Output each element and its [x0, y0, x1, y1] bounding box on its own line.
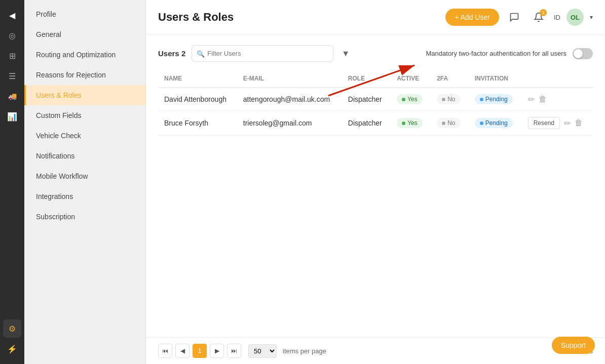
next-page-button[interactable]: ▶ — [210, 344, 224, 358]
page-header: Users & Roles + Add User 1 ID OL ▾ — [146, 0, 605, 35]
chat-icon[interactable] — [505, 8, 523, 26]
cell-actions-0: ✏ 🗑 — [522, 88, 593, 111]
active-badge-1: Yes — [397, 118, 423, 128]
location-icon[interactable]: ◎ — [3, 26, 21, 45]
table-header-row: Name E-mail Role Active 2FA Invitation — [158, 70, 593, 88]
back-arrow-icon[interactable]: ◀ — [3, 6, 21, 24]
col-actions — [522, 70, 593, 88]
sidebar-item-routing[interactable]: Routing and Optimization — [24, 45, 145, 65]
notification-icon[interactable]: 1 — [530, 8, 548, 26]
sidebar-item-custom-fields[interactable]: Custom Fields — [24, 105, 145, 126]
sidebar-item-reasons[interactable]: Reasons for Rejection — [24, 65, 145, 85]
avatar[interactable]: OL — [566, 9, 584, 26]
add-user-button[interactable]: + Add User — [445, 9, 499, 26]
id-label[interactable]: ID — [554, 14, 560, 21]
users-count-label: Users 2 — [158, 49, 185, 58]
user-menu-chevron[interactable]: ▾ — [590, 14, 593, 21]
users-table: Name E-mail Role Active 2FA Invitation D… — [158, 70, 593, 136]
mfa-toggle[interactable] — [573, 48, 593, 59]
sidebar-item-general[interactable]: General — [24, 24, 145, 45]
support-button[interactable]: Support — [552, 337, 595, 354]
table-row: David Attenborough attengorough@mail.uk.… — [158, 88, 593, 111]
icon-bar: ◀ ◎ ⊞ ☰ 🚚 📊 ⚙ ⚡ — [0, 0, 24, 364]
content-area: Users 2 🔍 ▼ Mandatory two-factor authent… — [146, 35, 605, 337]
page-1-button[interactable]: 1 — [193, 344, 207, 358]
table-row: Bruce Forsyth triersoleg@gmail.com Dispa… — [158, 111, 593, 136]
per-page-select[interactable]: 50 25 100 — [248, 344, 277, 358]
col-name: Name — [158, 70, 237, 88]
cell-invitation-1: Pending — [469, 111, 522, 136]
list-icon[interactable]: ☰ — [3, 67, 21, 85]
cell-2fa-0: No — [431, 88, 469, 111]
col-invitation: Invitation — [469, 70, 522, 88]
sidebar-item-users-roles[interactable]: Users & Roles — [24, 85, 145, 105]
invitation-badge-1: Pending — [475, 118, 513, 128]
mfa-label: Mandatory two-factor authentication for … — [426, 50, 566, 57]
main-content: Users & Roles + Add User 1 ID OL ▾ Users… — [146, 0, 605, 364]
col-2fa: 2FA — [431, 70, 469, 88]
chart-icon[interactable]: 📊 — [3, 107, 21, 126]
sidebar-item-integrations[interactable]: Integrations — [24, 186, 145, 207]
invitation-badge-0: Pending — [475, 94, 513, 104]
cell-role-0: Dispatcher — [342, 88, 391, 111]
sidebar-item-mobile-workflow[interactable]: Mobile Workflow — [24, 166, 145, 186]
search-icon: 🔍 — [197, 50, 205, 57]
first-page-button[interactable]: ⏮ — [158, 344, 172, 358]
sidebar-item-profile[interactable]: Profile — [24, 4, 145, 24]
edit-icon-0[interactable]: ✏ — [528, 95, 535, 104]
search-wrapper: 🔍 — [192, 45, 333, 62]
notification-badge: 1 — [540, 9, 547, 16]
cell-email-1: triersoleg@gmail.com — [237, 111, 342, 136]
active-badge-0: Yes — [397, 94, 423, 104]
cell-email-0: attengorough@mail.uk.com — [237, 88, 342, 111]
per-page-label: items per page — [283, 347, 326, 355]
cell-2fa-1: No — [431, 111, 469, 136]
pagination-footer: ⏮ ◀ 1 ▶ ⏭ 50 25 100 items per page 1-2 /… — [146, 337, 605, 364]
page-title: Users & Roles — [158, 11, 439, 24]
cell-actions-1: Resend ✏ 🗑 — [522, 111, 593, 136]
last-page-button[interactable]: ⏭ — [227, 344, 241, 358]
filter-button[interactable]: ▼ — [339, 47, 352, 60]
col-email: E-mail — [237, 70, 342, 88]
sidebar: Profile General Routing and Optimization… — [24, 0, 146, 364]
sidebar-item-notifications[interactable]: Notifications — [24, 146, 145, 166]
twofa-badge-0: No — [437, 94, 460, 104]
cell-invitation-0: Pending — [469, 88, 522, 111]
cell-active-1: Yes — [391, 111, 431, 136]
table-toolbar: Users 2 🔍 ▼ Mandatory two-factor authent… — [158, 45, 593, 62]
settings-icon[interactable]: ⚙ — [3, 319, 21, 338]
lightning-icon[interactable]: ⚡ — [3, 340, 21, 358]
resend-button-1[interactable]: Resend — [528, 117, 560, 129]
truck-icon[interactable]: 🚚 — [3, 87, 21, 105]
cell-name-0: David Attenborough — [158, 88, 237, 111]
search-input[interactable] — [192, 45, 333, 62]
toggle-knob — [574, 49, 583, 58]
col-active: Active — [391, 70, 431, 88]
prev-page-button[interactable]: ◀ — [175, 344, 190, 358]
cell-active-0: Yes — [391, 88, 431, 111]
col-role: Role — [342, 70, 391, 88]
twofa-badge-1: No — [437, 118, 460, 128]
edit-icon-1[interactable]: ✏ — [564, 118, 571, 128]
grid-icon[interactable]: ⊞ — [3, 47, 21, 65]
sidebar-item-vehicle-check[interactable]: Vehicle Check — [24, 126, 145, 146]
sidebar-item-subscription[interactable]: Subscription — [24, 207, 145, 227]
delete-icon-1[interactable]: 🗑 — [575, 118, 583, 128]
cell-role-1: Dispatcher — [342, 111, 391, 136]
delete-icon-0[interactable]: 🗑 — [539, 95, 547, 104]
cell-name-1: Bruce Forsyth — [158, 111, 237, 136]
